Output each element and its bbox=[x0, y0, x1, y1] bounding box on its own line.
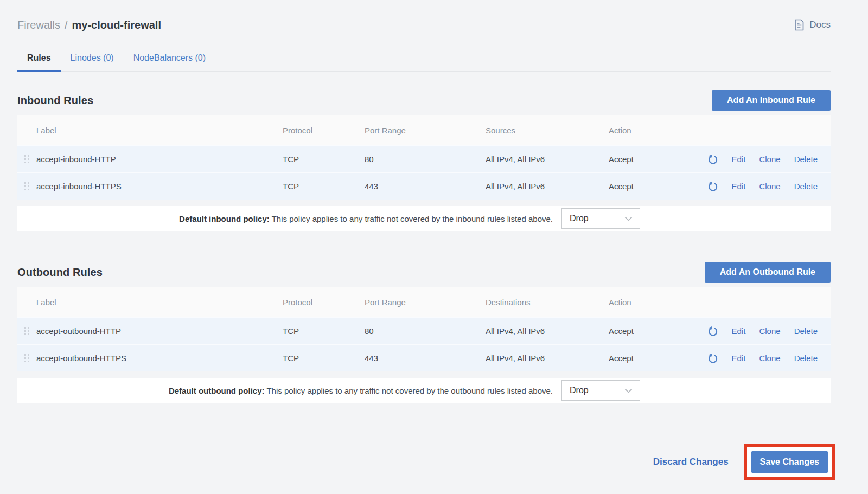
breadcrumb-separator: / bbox=[65, 19, 68, 31]
save-changes-button[interactable]: Save Changes bbox=[751, 451, 828, 473]
drag-handle-icon[interactable] bbox=[17, 354, 36, 362]
delete-link[interactable]: Delete bbox=[794, 326, 818, 336]
rule-port-range: 443 bbox=[365, 182, 486, 191]
tab-rules[interactable]: Rules bbox=[17, 46, 61, 72]
clone-link[interactable]: Clone bbox=[759, 326, 780, 336]
rule-port-range: 80 bbox=[365, 155, 486, 164]
page-title: my-cloud-firewall bbox=[72, 19, 161, 31]
delete-link[interactable]: Delete bbox=[794, 155, 818, 164]
breadcrumb: Firewalls / my-cloud-firewall bbox=[17, 19, 161, 31]
outbound-policy-text: Default outbound policy: This policy app… bbox=[169, 386, 553, 395]
table-row: accept-outbound-HTTP TCP 80 All IPv4, Al… bbox=[17, 317, 831, 344]
rule-label: accept-inbound-HTTP bbox=[36, 155, 283, 164]
chevron-down-icon bbox=[624, 388, 633, 393]
drag-handle-icon[interactable] bbox=[17, 155, 36, 163]
column-header-protocol: Protocol bbox=[283, 126, 365, 135]
edit-link[interactable]: Edit bbox=[732, 354, 746, 363]
undo-icon[interactable] bbox=[707, 326, 718, 337]
column-header-sources: Sources bbox=[486, 126, 609, 135]
docs-link[interactable]: Docs bbox=[794, 19, 831, 31]
edit-link[interactable]: Edit bbox=[732, 155, 746, 164]
chevron-down-icon bbox=[624, 216, 633, 221]
tab-bar: Rules Linodes (0) NodeBalancers (0) bbox=[17, 46, 831, 72]
rule-port-range: 443 bbox=[365, 354, 486, 363]
outbound-policy-label: Default outbound policy: bbox=[169, 386, 265, 395]
inbound-rules-table: Label Protocol Port Range Sources Action… bbox=[17, 115, 831, 200]
rule-sources: All IPv4, All IPv6 bbox=[486, 155, 609, 164]
highlight-annotation: Save Changes bbox=[744, 444, 835, 480]
discard-changes-link[interactable]: Discard Changes bbox=[653, 457, 729, 467]
rule-action: Accept bbox=[609, 354, 690, 363]
rule-port-range: 80 bbox=[365, 326, 486, 336]
row-actions: Edit Clone Delete bbox=[690, 353, 831, 364]
document-icon bbox=[794, 19, 805, 31]
drag-handle-icon[interactable] bbox=[17, 327, 36, 335]
delete-link[interactable]: Delete bbox=[794, 182, 818, 191]
firewall-detail-page: Firewalls / my-cloud-firewall Docs Rules… bbox=[0, 0, 868, 480]
clone-link[interactable]: Clone bbox=[759, 182, 780, 191]
outbound-policy-row: Default outbound policy: This policy app… bbox=[17, 378, 831, 403]
undo-icon[interactable] bbox=[707, 154, 718, 165]
outbound-rules-table: Label Protocol Port Range Destinations A… bbox=[17, 287, 831, 371]
breadcrumb-firewalls-link[interactable]: Firewalls bbox=[17, 19, 60, 31]
row-actions: Edit Clone Delete bbox=[690, 154, 831, 165]
row-actions: Edit Clone Delete bbox=[690, 326, 831, 337]
rule-action: Accept bbox=[609, 326, 690, 336]
rule-protocol: TCP bbox=[283, 354, 365, 363]
add-inbound-rule-button[interactable]: Add An Inbound Rule bbox=[712, 90, 831, 111]
row-actions: Edit Clone Delete bbox=[690, 181, 831, 192]
tab-linodes[interactable]: Linodes (0) bbox=[61, 46, 124, 71]
rule-label: accept-inbound-HTTPS bbox=[36, 182, 283, 191]
drag-handle-icon[interactable] bbox=[17, 182, 36, 190]
undo-icon[interactable] bbox=[707, 353, 718, 364]
tab-nodebalancers[interactable]: NodeBalancers (0) bbox=[124, 46, 215, 71]
rule-destinations: All IPv4, All IPv6 bbox=[486, 326, 609, 336]
edit-link[interactable]: Edit bbox=[732, 182, 746, 191]
rule-action: Accept bbox=[609, 155, 690, 164]
rule-protocol: TCP bbox=[283, 182, 365, 191]
inbound-table-header: Label Protocol Port Range Sources Action bbox=[17, 115, 831, 145]
table-row: accept-outbound-HTTPS TCP 443 All IPv4, … bbox=[17, 344, 831, 371]
outbound-rules-heading: Outbound Rules bbox=[17, 266, 103, 279]
table-row: accept-inbound-HTTP TCP 80 All IPv4, All… bbox=[17, 145, 831, 172]
inbound-policy-text: Default inbound policy: This policy appl… bbox=[179, 214, 553, 223]
inbound-policy-row: Default inbound policy: This policy appl… bbox=[17, 206, 831, 231]
table-row: accept-inbound-HTTPS TCP 443 All IPv4, A… bbox=[17, 172, 831, 200]
inbound-rules-heading: Inbound Rules bbox=[17, 94, 93, 107]
column-header-protocol: Protocol bbox=[283, 298, 365, 307]
column-header-label: Label bbox=[36, 126, 283, 135]
add-outbound-rule-button[interactable]: Add An Outbound Rule bbox=[705, 262, 831, 283]
clone-link[interactable]: Clone bbox=[759, 354, 780, 363]
column-header-destinations: Destinations bbox=[486, 298, 609, 307]
rule-label: accept-outbound-HTTP bbox=[36, 326, 283, 336]
delete-link[interactable]: Delete bbox=[794, 354, 818, 363]
default-inbound-policy-select[interactable]: Drop bbox=[561, 208, 640, 229]
topbar: Firewalls / my-cloud-firewall Docs bbox=[17, 17, 831, 33]
rule-action: Accept bbox=[609, 182, 690, 191]
column-header-action: Action bbox=[609, 298, 690, 307]
rule-label: accept-outbound-HTTPS bbox=[36, 354, 283, 363]
default-outbound-policy-select[interactable]: Drop bbox=[561, 380, 640, 401]
rule-protocol: TCP bbox=[283, 155, 365, 164]
column-header-port-range: Port Range bbox=[365, 126, 486, 135]
outbound-section-header: Outbound Rules Add An Outbound Rule bbox=[17, 262, 831, 283]
rule-protocol: TCP bbox=[283, 326, 365, 336]
rule-destinations: All IPv4, All IPv6 bbox=[486, 354, 609, 363]
docs-label: Docs bbox=[809, 20, 831, 30]
footer-actions: Discard Changes Save Changes bbox=[17, 444, 831, 480]
edit-link[interactable]: Edit bbox=[732, 326, 746, 336]
column-header-label: Label bbox=[36, 298, 283, 307]
inbound-policy-label: Default inbound policy: bbox=[179, 214, 270, 223]
undo-icon[interactable] bbox=[707, 181, 718, 192]
column-header-action: Action bbox=[609, 126, 690, 135]
column-header-port-range: Port Range bbox=[365, 298, 486, 307]
clone-link[interactable]: Clone bbox=[759, 155, 780, 164]
inbound-section-header: Inbound Rules Add An Inbound Rule bbox=[17, 90, 831, 111]
outbound-table-header: Label Protocol Port Range Destinations A… bbox=[17, 287, 831, 317]
rule-sources: All IPv4, All IPv6 bbox=[486, 182, 609, 191]
